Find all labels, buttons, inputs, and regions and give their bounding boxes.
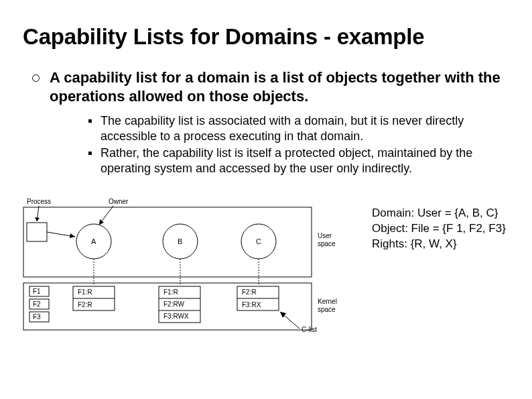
process-label: Process (27, 198, 51, 205)
node-a-label: A (91, 237, 96, 245)
clist-label: C-list (302, 326, 317, 333)
col-a-0: F1:R (78, 288, 92, 296)
diagram-svg: Process Owner A B C Userspace F1 (23, 196, 348, 336)
user-space-label: Userspace (318, 232, 336, 247)
bullet-prefix: A (50, 69, 64, 86)
col-c-1: F3:RX (242, 301, 261, 308)
owner-label: Owner (109, 198, 129, 205)
bullet-item-capability-list: A capability list for a domain is a list… (32, 68, 509, 176)
bullet-list-level1: A capability list for a domain is a list… (23, 68, 509, 176)
user-space-box (23, 207, 312, 277)
arrow-process-a-head (70, 233, 75, 238)
sub-bullet-1: The capability list is associated with a… (88, 113, 509, 144)
col-a-1: F2:R (78, 301, 92, 308)
page-title: Capability Lists for Domains - example (23, 24, 509, 50)
f1-label: F1 (33, 288, 41, 295)
clist-arrowhead (280, 312, 286, 318)
def-object: Object: File = {F 1, F2, F3} (372, 221, 506, 237)
col-b-2: F3:RWX (163, 312, 189, 320)
def-rights: Rights: {R, W, X} (372, 237, 506, 252)
f2-label: F2 (33, 300, 41, 308)
node-b-label: B (178, 237, 182, 245)
col-b-1: F2:RW (163, 300, 184, 308)
owner-arrowhead (99, 219, 104, 225)
col-c-0: F2:R (242, 288, 257, 296)
f3-label: F3 (33, 313, 41, 321)
capability-diagram: Process Owner A B C Userspace F1 (23, 196, 348, 336)
process-box (27, 223, 47, 241)
def-domain: Domain: User = {A, B, C} (372, 206, 506, 221)
col-b-0: F1:R (163, 288, 178, 296)
node-c-label: C (256, 237, 261, 245)
bullet-term: capability list (64, 69, 157, 86)
sub-bullet-2: Rather, the capability list is itself a … (88, 146, 509, 176)
definition-block: Domain: User = {A, B, C} Object: File = … (372, 196, 506, 252)
kernel-space-label: Kernelspace (318, 298, 337, 313)
bullet-list-level2: The capability list is associated with a… (50, 113, 509, 176)
process-arrowhead (35, 217, 40, 221)
